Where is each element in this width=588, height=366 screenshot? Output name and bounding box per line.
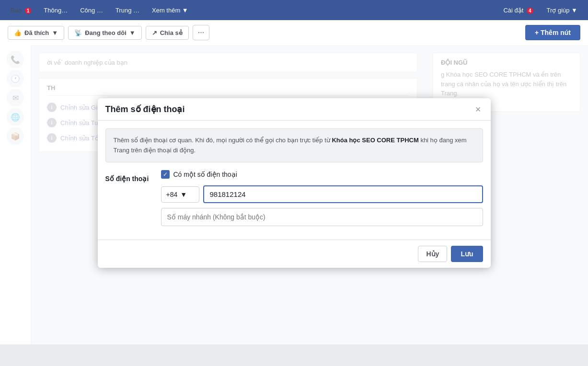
has-phone-label: Có một số điện thoại [173,171,237,178]
add-phone-modal: Thêm số điện thoại × Thêm số điện thoại … [98,98,491,268]
cancel-button[interactable]: Hủy [418,246,447,262]
info-text-bold: Khóa học SEO CORE TPHCM [332,137,418,144]
modal-close-button[interactable]: × [473,104,483,114]
info-text-before: Thêm số điện thoại cơ quan. Khi đó, mọi … [114,137,332,144]
checkmark-icon: ✓ [163,171,168,178]
info-box: Thêm số điện thoại cơ quan. Khi đó, mọi … [105,128,483,163]
country-code-value: +84 [166,191,178,198]
country-code-select[interactable]: +84 ▼ [161,186,199,203]
country-code-chevron-icon: ▼ [180,191,187,198]
phone-number-input[interactable] [203,185,483,203]
save-button[interactable]: Lưu [451,246,483,262]
checkbox-row: ✓ Có một số điện thoại [161,170,483,179]
modal-body: Thêm số điện thoại cơ quan. Khi đó, mọi … [98,121,491,240]
has-phone-checkbox[interactable]: ✓ [161,170,170,179]
modal-title: Thêm số điện thoại [105,104,185,114]
form-row: Số điện thoại ✓ Có một số điện thoại +84… [105,170,483,226]
modal-footer: Hủy Lưu [98,240,491,268]
modal-header: Thêm số điện thoại × [98,98,491,121]
phone-label: Số điện thoại [105,170,153,183]
phone-input-row: +84 ▼ [161,185,483,203]
extension-input[interactable] [161,208,483,226]
modal-backdrop: Thêm số điện thoại × Thêm số điện thoại … [0,0,588,366]
form-fields: ✓ Có một số điện thoại +84 ▼ [161,170,483,226]
